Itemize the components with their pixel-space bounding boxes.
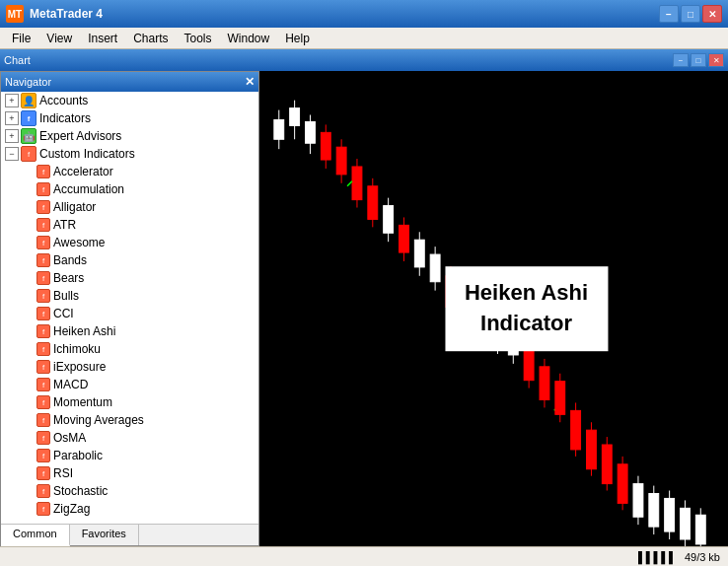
list-item[interactable]: f Ichimoku [1, 340, 258, 358]
item-accelerator: Accelerator [53, 165, 113, 178]
tree-item-accounts[interactable]: + 👤 Accounts [1, 92, 258, 109]
zigzag-icon: f [36, 502, 50, 516]
list-item[interactable]: f CCI [1, 305, 258, 322]
list-item[interactable]: f ZigZag [1, 500, 258, 518]
bears-icon: f [36, 271, 50, 285]
tree-item-expert-advisors[interactable]: + 🤖 Expert Advisors [1, 127, 258, 145]
title-bar: MT MetaTrader 4 − □ ✕ [0, 0, 728, 28]
svg-rect-24 [430, 254, 440, 282]
chart-overlay-label: Heiken Ashi Indicator [445, 266, 608, 351]
list-item[interactable]: f Accelerator [1, 163, 258, 180]
menu-tools[interactable]: Tools [177, 30, 220, 47]
parabolic-icon: f [36, 449, 50, 462]
item-heiken-ashi: Heiken Ashi [53, 324, 115, 338]
list-item[interactable]: f RSI [1, 464, 258, 482]
awesome-icon: f [36, 236, 50, 249]
custom-indicators-label: Custom Indicators [39, 147, 135, 161]
heiken-icon: f [36, 324, 50, 338]
nav-tree[interactable]: + 👤 Accounts + f Indicators + 🤖 Expert A… [1, 92, 258, 524]
menu-help[interactable]: Help [277, 30, 318, 47]
svg-rect-16 [384, 206, 394, 234]
osma-icon: f [36, 431, 50, 445]
tab-common[interactable]: Common [1, 525, 70, 546]
svg-rect-8 [321, 132, 330, 160]
tree-item-custom-indicators[interactable]: − f Custom Indicators [1, 145, 258, 163]
list-item[interactable]: f OsMA [1, 429, 258, 447]
item-atr: ATR [53, 218, 76, 232]
list-item[interactable]: f Alligator [1, 198, 258, 216]
menu-window[interactable]: Window [220, 30, 278, 47]
accounts-toggle[interactable]: + [5, 94, 19, 107]
svg-rect-59 [695, 515, 705, 544]
maximize-button[interactable]: □ [681, 5, 700, 23]
svg-rect-36 [524, 347, 534, 381]
list-item[interactable]: f Bears [1, 269, 258, 287]
list-item[interactable]: f ATR [1, 216, 258, 234]
chart-area[interactable]: Heiken Ashi Indicator [259, 71, 728, 546]
menu-view[interactable]: View [38, 30, 80, 47]
svg-rect-43 [571, 410, 581, 450]
atr-icon: f [36, 218, 50, 232]
status-bar: ▌▌▌▌▌ 49/3 kb [0, 546, 728, 566]
item-moving-averages: Moving Averages [53, 413, 144, 427]
item-momentum: Momentum [53, 395, 112, 409]
list-item[interactable]: f iExposure [1, 358, 258, 376]
svg-rect-22 [414, 240, 424, 267]
ea-label: Expert Advisors [39, 129, 121, 143]
list-item[interactable]: f Bands [1, 251, 258, 269]
svg-rect-49 [618, 464, 627, 504]
svg-rect-38 [540, 367, 549, 400]
svg-rect-53 [649, 493, 659, 527]
accounts-label: Accounts [39, 94, 88, 107]
inner-close-button[interactable]: ✕ [708, 53, 724, 67]
inner-title-controls[interactable]: − □ ✕ [673, 53, 724, 67]
navigator-close-button[interactable]: ✕ [245, 75, 255, 89]
navigator-tabs: Common Favorites [1, 524, 258, 545]
title-bar-left: MT MetaTrader 4 [6, 5, 103, 23]
list-item[interactable]: f MACD [1, 376, 258, 393]
indicators-label: Indicators [39, 111, 91, 125]
list-item[interactable]: f Heiken Ashi [1, 322, 258, 340]
svg-rect-47 [602, 445, 612, 484]
svg-rect-10 [336, 147, 346, 175]
item-osma: OsMA [53, 431, 86, 445]
svg-rect-57 [681, 508, 691, 539]
stochastic-icon: f [36, 484, 50, 498]
svg-rect-51 [633, 484, 643, 518]
inner-maximize-button[interactable]: □ [691, 53, 706, 67]
list-item[interactable]: f Parabolic [1, 447, 258, 464]
menu-file[interactable]: File [4, 30, 38, 47]
inner-window-title: Chart [4, 54, 31, 66]
menu-charts[interactable]: Charts [125, 30, 176, 47]
svg-rect-18 [400, 225, 409, 252]
item-macd: MACD [53, 378, 88, 391]
item-ichimoku: Ichimoku [53, 342, 101, 356]
svg-rect-45 [587, 430, 597, 469]
item-bands: Bands [53, 253, 87, 267]
list-item[interactable]: f Bulls [1, 287, 258, 305]
status-info: 49/3 kb [685, 551, 720, 563]
menu-insert[interactable]: Insert [80, 30, 125, 47]
item-iexposure: iExposure [53, 360, 106, 374]
item-bulls: Bulls [53, 289, 79, 303]
minimize-button[interactable]: − [659, 5, 679, 23]
list-item[interactable]: f Awesome [1, 234, 258, 251]
accelerator-icon: f [36, 165, 50, 178]
inner-minimize-button[interactable]: − [673, 53, 689, 67]
navigator-title-bar: Navigator ✕ [1, 72, 258, 92]
list-item[interactable]: f Accumulation [1, 180, 258, 198]
rsi-icon: f [36, 466, 50, 480]
ea-toggle[interactable]: + [5, 129, 19, 143]
main-layout: Navigator ✕ + 👤 Accounts + f Indicators [0, 71, 728, 546]
tree-item-indicators[interactable]: + f Indicators [1, 109, 258, 127]
title-bar-controls[interactable]: − □ ✕ [659, 5, 722, 23]
app-title: MetaTrader 4 [30, 7, 103, 21]
custom-toggle[interactable]: − [5, 147, 19, 161]
cci-icon: f [36, 307, 50, 320]
list-item[interactable]: f Stochastic [1, 482, 258, 500]
list-item[interactable]: f Moving Averages [1, 411, 258, 429]
tab-favorites[interactable]: Favorites [70, 525, 139, 545]
indicators-toggle[interactable]: + [5, 111, 19, 125]
close-button[interactable]: ✕ [702, 5, 722, 23]
list-item[interactable]: f Momentum [1, 393, 258, 411]
